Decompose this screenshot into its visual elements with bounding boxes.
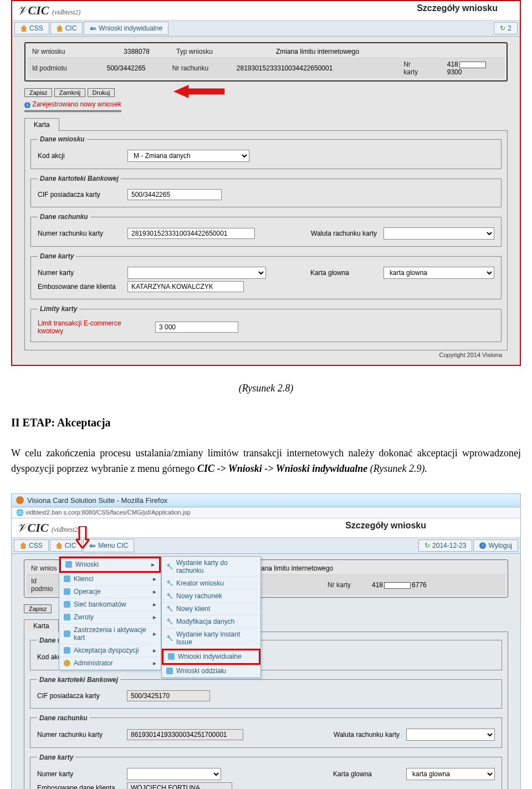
submenu-item-instant[interactable]: 🔧Wydanie karty Instant Issue <box>162 628 260 649</box>
numer-rachunku-label: Numer rachunku karty <box>38 230 121 237</box>
kod-akcji-select[interactable]: M - Zmiana danych <box>127 150 249 162</box>
submenu-item-modyfikacja[interactable]: 🔧Modyfikacja danych <box>162 615 260 628</box>
fieldset-dane-wniosku: Dane wniosku Kod akcji M - Zmiana danych <box>30 135 502 169</box>
waluta-label: Waluta rachunku karty <box>334 731 400 739</box>
karta-glowna-label: Karta glowna <box>333 770 400 778</box>
tab-karta[interactable]: Karta <box>24 118 59 131</box>
tool-icon: 🔧 <box>166 580 173 587</box>
id-podmiotu-label: Id podmio <box>29 576 59 594</box>
submenu-item-oddzialu[interactable]: Wnioski oddziału <box>162 665 260 678</box>
tool-icon: 🔧 <box>166 605 173 612</box>
back-icon: ⇐ <box>89 541 96 550</box>
window-title-bar: Visiona Card Solution Suite - Mozilla Fi… <box>12 494 520 507</box>
menu-item-admin[interactable]: Administrator <box>59 657 161 670</box>
nr-karty-label: Nr karty <box>401 59 428 77</box>
menu-item-wnioski[interactable]: Wnioski <box>61 558 159 571</box>
tool-icon: 🔧 <box>166 593 173 599</box>
home-icon <box>21 25 27 32</box>
toolbar-back[interactable]: ⇐Wnioski indywidualne <box>84 22 168 35</box>
numer-karty-select[interactable] <box>127 267 266 279</box>
sheet-icon <box>64 601 70 608</box>
emboss-input[interactable] <box>127 782 232 789</box>
toolbar-cic[interactable]: CIC <box>50 22 83 34</box>
menu-item-klienci[interactable]: Klienci <box>59 573 161 586</box>
id-podmiotu-label: Id podmiotu <box>30 63 84 73</box>
menu-item-zastrz[interactable]: Zastrzeżenia i aktywacje kart <box>59 624 161 644</box>
waluta-select[interactable] <box>406 729 495 741</box>
toolbar-menu-cic[interactable]: ⇐Menu CIC <box>83 539 134 552</box>
kod-akcji-label: Kod akcji <box>38 152 121 160</box>
save-button[interactable]: Zapisz <box>24 88 52 97</box>
sheet-icon <box>64 630 70 637</box>
page-title: Szczegóły wniosku <box>345 521 426 531</box>
karta-glowna-select[interactable]: karta glowna <box>406 768 495 780</box>
emboss-input[interactable] <box>127 281 244 292</box>
svg-marker-1 <box>76 526 89 548</box>
limit-label: Limit transakcji E-commerce kwotowy <box>38 319 149 335</box>
gear-icon <box>64 660 70 666</box>
firefox-icon <box>16 496 24 504</box>
cif-input[interactable] <box>127 189 222 200</box>
menu-item-operacje[interactable]: Operacje <box>59 586 161 598</box>
paragraph: W celu zakończenia procesu ustalania/zmi… <box>11 446 521 477</box>
tab-karta[interactable]: Karta <box>24 619 59 632</box>
tool-icon: 🔧 <box>166 618 173 625</box>
app-header: 𝒱 CIC (vidbtest2) Szczegóły wniosku <box>12 1 520 21</box>
tab-bar: Karta <box>24 118 508 131</box>
menu-item-akcept[interactable]: Akceptacja dyspozycji <box>59 644 161 657</box>
home-icon <box>57 25 63 32</box>
back-icon: ⇐ <box>90 24 96 33</box>
sheet-icon <box>64 588 70 595</box>
nr-rachunku-label: Nr rachunku <box>170 63 234 73</box>
print-button[interactable]: Drukuj <box>88 88 115 97</box>
typ-wniosku-label: Typ wniosku <box>174 47 241 57</box>
section-title: II ETAP: Akceptacja <box>11 416 521 429</box>
tool-icon: 🔧 <box>166 563 173 570</box>
mask-box <box>459 62 486 68</box>
screenshot-2-9: Visiona Card Solution Suite - Mozilla Fi… <box>11 493 521 789</box>
toolbar-date[interactable]: ↻ 2014-12-23 <box>418 539 472 552</box>
sheet-icon <box>64 576 70 582</box>
tool-icon: 🔧 <box>166 635 173 642</box>
home-icon <box>56 542 63 549</box>
sheet-icon <box>64 614 70 620</box>
submenu-item-nowy-klient[interactable]: 🔧Nowy klient <box>162 603 260 615</box>
fieldset-dane-rachunku: Dane rachunku Numer rachunku karty Walut… <box>30 714 502 748</box>
numer-karty-label: Numer karty <box>37 770 120 778</box>
save-button[interactable]: Zapisz <box>24 604 52 613</box>
id-podmiotu-value: 500/3442265 <box>84 63 148 73</box>
nr-wniosku-label: Nr wnios <box>29 563 59 573</box>
karta-glowna-select[interactable]: karta glowna <box>383 267 494 279</box>
fieldset-limity-karty: Limity karty Limit transakcji E-commerce… <box>30 305 502 342</box>
logout-button[interactable]: i Wyloguj <box>473 539 518 552</box>
sheet-icon <box>65 561 72 568</box>
numer-rachunku-input[interactable] <box>127 729 243 740</box>
submenu-item-nowy-rachunek[interactable]: 🔧Nowy rachunek <box>162 590 260 603</box>
window-title: Visiona Card Solution Suite - Mozilla Fi… <box>27 496 167 505</box>
nr-karty-label: Nr karty <box>325 580 353 590</box>
waluta-select[interactable] <box>383 227 494 240</box>
emboss-label: Embosowane dane klienta <box>38 283 121 291</box>
url-bar[interactable]: 🌐 vidbtest2.ban s.corp:8080/CSS/faces/CM… <box>12 507 520 518</box>
menu-item-siec[interactable]: Sieć bankomatów <box>59 598 161 611</box>
limit-input[interactable] <box>155 322 238 333</box>
menu-item-zwroty[interactable]: Zwroty <box>59 611 161 624</box>
info-icon: i <box>24 102 30 108</box>
red-arrow-left-icon <box>171 85 227 98</box>
submenu-highlight-indywidualne: Wnioski indywidualne <box>162 649 260 665</box>
numer-karty-select[interactable] <box>127 768 221 780</box>
numer-rachunku-input[interactable] <box>127 228 255 239</box>
toolbar-badge[interactable]: ↻ 2 <box>494 22 518 34</box>
submenu-item-kreator[interactable]: 🔧Kreator wniosku <box>162 577 260 590</box>
submenu-item-indywidualne[interactable]: Wnioski indywidualne <box>163 650 259 663</box>
sheet-icon <box>168 653 175 660</box>
close-button[interactable]: Zamknij <box>54 88 86 97</box>
submenu-item-wydanie[interactable]: 🔧Wydanie karty do rachunku <box>162 557 260 577</box>
toolbar: CSS CIC ⇐Wnioski indywidualne ↻ 2 <box>12 21 520 37</box>
waluta-label: Waluta rachunku karty <box>311 230 377 237</box>
nr-wniosku-value: 3388078 <box>85 47 152 57</box>
toolbar-css[interactable]: CSS <box>14 539 49 552</box>
cif-input[interactable] <box>127 690 210 701</box>
toolbar-css[interactable]: CSS <box>14 22 49 34</box>
karta-glowna-label: Karta glowna <box>310 269 377 277</box>
